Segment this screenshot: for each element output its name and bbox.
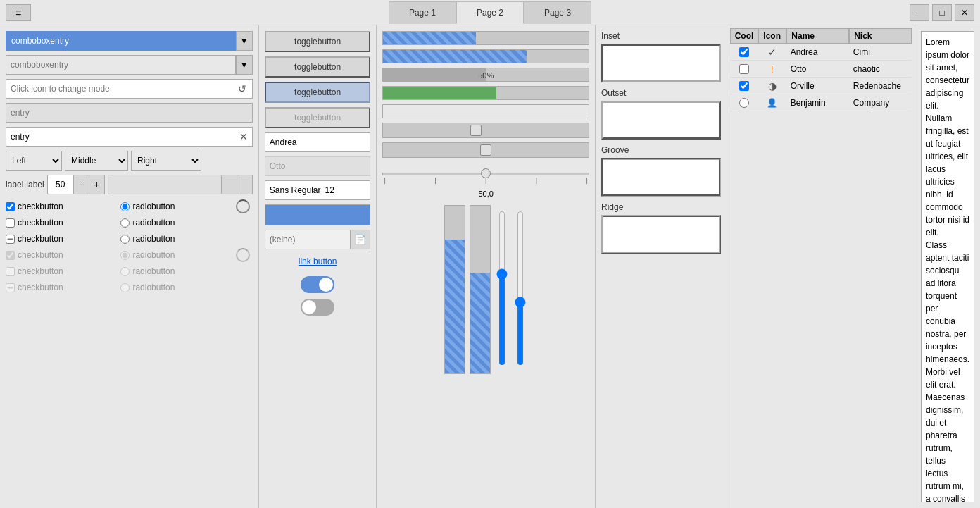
switch-2[interactable] [301,299,334,316]
menu-button[interactable]: ≡ [6,4,31,21]
table-row[interactable]: ! Otto chaotic [730,61,912,78]
vbar-1 [444,205,465,374]
check-4-label: checkbutton [18,250,63,260]
combobox-2-arrow[interactable]: ▼ [236,55,253,75]
person-icon: 👤 [766,97,779,109]
restore-button[interactable]: □ [932,4,952,21]
file-browse-button[interactable]: 📄 [350,230,370,249]
spinbox-minus[interactable]: − [73,175,89,194]
toggle-btn-1[interactable]: togglebutton [265,31,371,52]
spinner-2-icon [236,248,250,262]
main-content: ▼ ▼ ↺ ✕ LeftRightCenter TopMiddleBottom [0,25,980,508]
table-row[interactable]: 👤 Benjamin Company [730,94,912,111]
col-name[interactable]: Name [786,28,849,44]
clear-button[interactable]: ✕ [235,128,252,145]
check-6-input [6,283,15,292]
spinbox-empty [108,175,253,194]
radio-4: radiobutton [120,247,232,263]
color-swatch[interactable] [265,204,371,225]
cell-name-1: Andrea [786,46,849,58]
combobox-1-arrow[interactable]: ▼ [236,31,253,51]
vslider-1[interactable] [495,211,509,366]
groove-section: Groove [601,145,721,197]
vbar-1-fill [445,240,465,373]
cell-icon-4: 👤 [758,95,786,111]
progress-3-fill [383,68,486,81]
col-nick[interactable]: Nick [849,28,912,44]
combobox-2-input[interactable] [6,55,236,75]
empty-2 [236,231,253,247]
entry-clear-input[interactable] [6,128,235,146]
entry-refresh-input[interactable] [6,80,232,98]
titlebar-tab-3[interactable]: Page 3 [524,1,591,24]
check-1-input[interactable] [6,202,15,211]
close-button[interactable]: ✕ [955,4,974,21]
check-5: checkbutton [6,264,118,279]
col-icon[interactable]: Icon [758,28,786,44]
entry-refresh-row: ↺ [6,79,253,99]
check-3: checkbutton [6,231,118,247]
cell-cool-1 [730,46,758,58]
switch-2-knob [302,300,316,314]
hamburger-icon[interactable]: ≡ [6,4,31,21]
vslider-2[interactable] [513,211,527,366]
refresh-button[interactable]: ↺ [232,79,252,99]
spinbox-value[interactable] [48,180,73,190]
slider-h-2[interactable] [382,142,589,158]
switch-1[interactable] [301,276,334,293]
outset-box [601,101,721,140]
toggle-btn-3[interactable]: togglebutton [265,82,371,103]
text-area[interactable]: Lorem ipsum dolor sit amet, consectetur … [921,31,974,502]
dropdown-row: LeftRightCenter TopMiddleBottom LeftRigh… [6,151,253,171]
cell-nick-3: Redenbache [849,80,912,92]
check-3-label: checkbutton [18,234,63,244]
groove-label: Groove [601,145,721,155]
progress-4 [382,86,589,100]
radio-3: radiobutton [120,231,232,247]
vsliders-row [382,205,589,374]
cool-radio-4[interactable] [739,98,749,108]
left-panel: ▼ ▼ ↺ ✕ LeftRightCenter TopMiddleBottom [0,25,259,508]
dropdown-middle[interactable]: TopMiddleBottom [65,151,128,171]
toggle-btn-4: togglebutton [265,107,371,128]
check-2-input[interactable] [6,218,15,228]
dropdown-right[interactable]: LeftRightCenter [131,151,201,171]
cell-nick-1: Cimi [849,46,912,58]
half-moon-icon: ◑ [766,80,779,92]
cool-check-3[interactable] [739,81,749,91]
radio-3-label: radiobutton [132,234,175,244]
radio-3-input[interactable] [120,235,130,244]
table-row[interactable]: ✓ Andrea Cimi [730,44,912,61]
table-row[interactable]: ◑ Orville Redenbache [730,78,912,94]
vslider-1-container [495,205,509,374]
toggle-btn-2[interactable]: togglebutton [265,56,371,78]
titlebar-tab-2[interactable]: Page 2 [456,1,524,24]
cell-nick-4: Company [849,97,912,109]
minimize-button[interactable]: — [910,4,929,21]
cell-nick-2: chaotic [849,63,912,75]
titlebar-tab-1[interactable]: Page 1 [389,1,456,24]
check-4-input [6,251,15,260]
dropdown-left[interactable]: LeftRightCenter [6,151,62,171]
radio-1: radiobutton [120,199,232,214]
col-cool[interactable]: Cool [730,28,759,44]
link-button[interactable]: link button [296,254,340,269]
check-3-input[interactable] [6,235,15,244]
font-row[interactable]: Sans Regular 12 [265,180,371,200]
titlebar-tabs: Page 1 Page 2 Page 3 [389,1,591,24]
outset-section: Outset [601,88,721,140]
slider-h-1[interactable] [382,123,589,138]
cell-icon-2: ! [758,61,786,77]
spinbox-empty-minus[interactable] [221,175,237,194]
check-1-label: checkbutton [18,202,63,211]
radio-1-label: radiobutton [132,202,175,211]
cool-check-1[interactable] [739,47,749,57]
spinbox-empty-plus[interactable] [237,175,252,194]
cool-check-2[interactable] [739,64,749,74]
radio-1-input[interactable] [120,202,130,211]
radio-5-label: radiobutton [132,266,175,276]
radio-2-input[interactable] [120,218,130,228]
spinbox-plus[interactable]: + [89,175,104,194]
combo-dropdown-input[interactable] [265,133,377,151]
combobox-1-input[interactable] [6,31,236,51]
